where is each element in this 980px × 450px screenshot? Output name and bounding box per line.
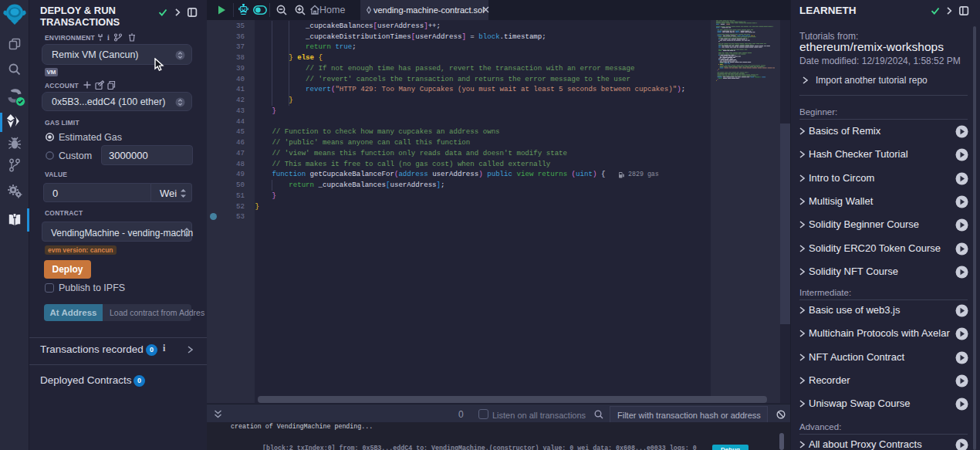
- svg-text:i: i: [107, 33, 110, 42]
